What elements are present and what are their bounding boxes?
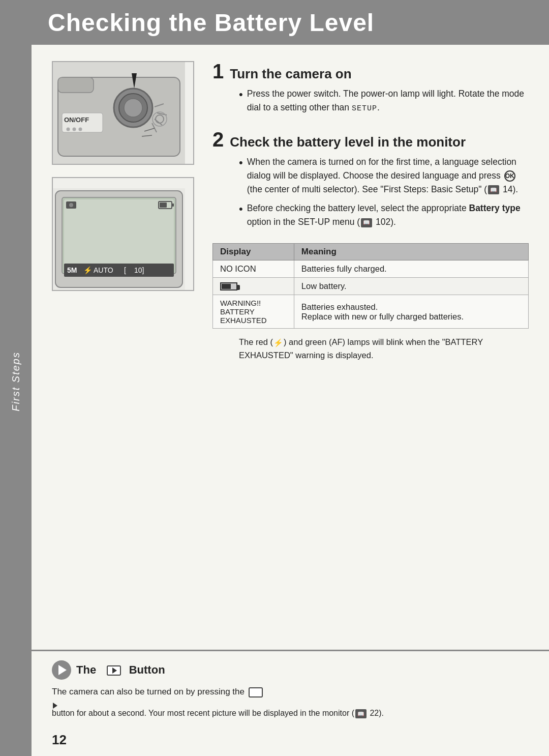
main-content: ON/OFF [32, 45, 549, 372]
camera-top-diagram: ON/OFF [52, 61, 194, 165]
table-cell-display-3: WARNING!!BATTERYEXHAUSTED [213, 295, 294, 329]
step-2-bullet-2: • Before checking the battery level, sel… [239, 201, 529, 229]
svg-rect-2 [58, 77, 94, 93]
the-button-section: The Button The camera can also be turned… [32, 651, 549, 725]
play-button-inline-icon [107, 665, 121, 676]
diagram-bottom-image: 5M ⚡ AUTO [ 10] [53, 188, 185, 290]
table-header-meaning: Meaning [294, 244, 528, 260]
bottom-section: The Button The camera can also be turned… [32, 650, 549, 725]
step-2-bullet-1: • When the camera is turned on for the f… [239, 155, 529, 196]
svg-point-10 [124, 99, 142, 117]
step-2-bullet-text-1: When the camera is turned on for the fir… [247, 155, 529, 196]
step-2-number: 2 [212, 129, 224, 150]
setup-monospace: SETUP [352, 104, 377, 113]
the-word: The [76, 663, 96, 676]
play-arrow-small [112, 667, 117, 674]
diagram-top-image: ON/OFF [53, 62, 185, 164]
page-title: Checking the Battery Level [48, 9, 374, 37]
table-row: NO ICON Batteries fully charged. [213, 260, 529, 278]
page-number: 12 [52, 732, 67, 747]
bullet-dot-2: • [239, 155, 243, 196]
caption-text: The red (⚡) and green (AF) lamps will bl… [239, 336, 529, 362]
table-header-display: Display [213, 244, 294, 260]
sidebar-strip: First Steps [0, 0, 32, 756]
the-button-header: The Button [52, 660, 529, 680]
page-number-container: 12 [32, 729, 87, 751]
step-2-header: 2 Check the battery level in the monitor [212, 129, 529, 150]
top-section: ON/OFF [52, 61, 529, 362]
lightning-icon: ⚡ [273, 338, 283, 347]
header-banner: Checking the Battery Level [32, 0, 549, 45]
button-word: Button [129, 663, 165, 676]
battery-shape [220, 282, 237, 290]
svg-point-7 [79, 128, 82, 131]
book-ref-icon-2: 📖 [361, 218, 372, 227]
svg-rect-28 [64, 264, 174, 277]
step-1-bullet-text: Press the power switch. The power-on lam… [247, 87, 529, 114]
svg-text:ON/OFF: ON/OFF [64, 116, 89, 124]
the-button-title: The Button [76, 663, 165, 677]
svg-text:5M: 5M [67, 266, 77, 274]
battery-table: Display Meaning NO ICON Batteries fully … [212, 243, 529, 329]
svg-rect-27 [160, 202, 167, 208]
bullet-dot-3: • [239, 201, 243, 229]
svg-text:⚡: ⚡ [83, 266, 93, 275]
book-ref-icon: 📖 [488, 185, 499, 194]
camera-screen-diagram: 5M ⚡ AUTO [ 10] [52, 177, 194, 291]
step-2-bullet-text-2: Before checking the battery level, selec… [247, 201, 529, 229]
play-button-ref-icon [249, 687, 263, 697]
sidebar-label: First Steps [0, 346, 32, 417]
battery-type-bold: Battery type [469, 203, 521, 213]
step-2-container: 2 Check the battery level in the monitor… [212, 129, 529, 229]
book-ref-icon-3: 📖 [355, 709, 367, 718]
step-1-header: 1 Turn the camera on [212, 61, 529, 82]
step-1-container: 1 Turn the camera on • Press the power s… [212, 61, 529, 115]
table-cell-display-1: NO ICON [213, 260, 294, 278]
table-row: WARNING!!BATTERYEXHAUSTED Batteries exha… [213, 295, 529, 329]
step-1-title: Turn the camera on [230, 66, 351, 82]
play-arrow-icon [58, 665, 67, 675]
table-row: Low battery. [213, 278, 529, 295]
svg-rect-22 [64, 199, 174, 272]
step-1-number: 1 [212, 61, 224, 81]
the-button-description: The camera can also be turned on by pres… [52, 685, 529, 699]
play-icon-circle [52, 660, 71, 680]
svg-text:[: [ [124, 266, 126, 274]
step-1-body: • Press the power switch. The power-on l… [239, 87, 529, 114]
svg-text:10]: 10] [134, 266, 144, 274]
play-btn-label [105, 663, 126, 676]
svg-point-5 [67, 128, 70, 131]
battery-low-icon [220, 282, 287, 290]
battery-fill [222, 284, 231, 289]
step-1-bullet-1: • Press the power switch. The power-on l… [239, 87, 529, 114]
svg-rect-26 [172, 203, 174, 207]
ok-button-icon: OK [504, 170, 515, 182]
step-2-title: Check the battery level in the monitor [230, 134, 466, 150]
steps-column: 1 Turn the camera on • Press the power s… [212, 61, 529, 362]
svg-text:AUTO: AUTO [94, 266, 113, 274]
table-cell-meaning-1: Batteries fully charged. [294, 260, 528, 278]
table-cell-meaning-3: Batteries exhausted.Replace with new or … [294, 295, 528, 329]
play-arrow-ref [53, 703, 57, 709]
images-column: ON/OFF [52, 61, 194, 362]
svg-point-6 [73, 128, 76, 131]
sidebar-label-text: First Steps [10, 352, 22, 412]
svg-point-24 [69, 203, 73, 207]
table-cell-display-2 [213, 278, 294, 295]
bullet-dot: • [239, 87, 243, 114]
table-cell-meaning-2: Low battery. [294, 278, 528, 295]
step-2-body: • When the camera is turned on for the f… [239, 155, 529, 229]
